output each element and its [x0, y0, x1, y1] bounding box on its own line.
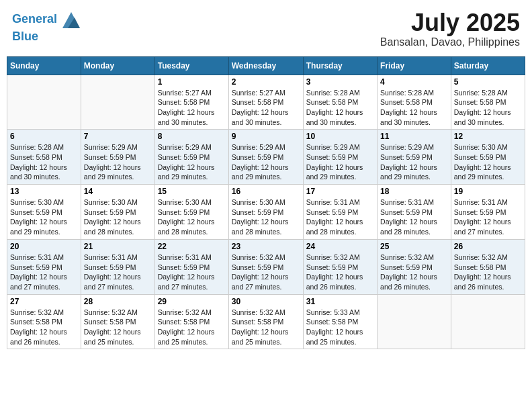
calendar-cell: 27Sunrise: 5:32 AMSunset: 5:58 PMDayligh… — [7, 294, 81, 349]
day-info: Sunrise: 5:28 AMSunset: 5:58 PMDaylight:… — [380, 88, 448, 128]
calendar-cell: 30Sunrise: 5:32 AMSunset: 5:58 PMDayligh… — [228, 294, 303, 349]
day-info: Sunrise: 5:28 AMSunset: 5:58 PMDaylight:… — [10, 142, 78, 182]
calendar-cell: 3Sunrise: 5:28 AMSunset: 5:58 PMDaylight… — [303, 75, 377, 130]
day-info: Sunrise: 5:28 AMSunset: 5:58 PMDaylight:… — [306, 88, 374, 128]
day-info: Sunrise: 5:30 AMSunset: 5:59 PMDaylight:… — [158, 197, 226, 237]
day-info: Sunrise: 5:29 AMSunset: 5:59 PMDaylight:… — [306, 142, 374, 182]
day-number: 29 — [158, 297, 226, 306]
day-number: 15 — [158, 187, 226, 196]
calendar-cell: 7Sunrise: 5:29 AMSunset: 5:59 PMDaylight… — [81, 130, 154, 185]
day-info: Sunrise: 5:32 AMSunset: 5:58 PMDaylight:… — [84, 308, 152, 347]
location-title: Bansalan, Davao, Philippines — [380, 36, 520, 48]
day-number: 30 — [232, 297, 300, 306]
calendar-header-friday: Friday — [378, 56, 451, 75]
day-number: 22 — [158, 242, 226, 251]
calendar-cell: 1Sunrise: 5:27 AMSunset: 5:58 PMDaylight… — [154, 75, 228, 130]
day-number: 28 — [84, 297, 152, 306]
day-number: 13 — [10, 187, 78, 196]
calendar-cell: 8Sunrise: 5:29 AMSunset: 5:59 PMDaylight… — [154, 130, 228, 185]
day-number: 10 — [306, 132, 374, 141]
day-number: 11 — [380, 132, 448, 141]
day-number: 7 — [84, 132, 152, 141]
calendar-cell: 20Sunrise: 5:31 AMSunset: 5:59 PMDayligh… — [7, 239, 81, 294]
title-block: July 2025 Bansalan, Davao, Philippines — [380, 9, 520, 48]
calendar-cell: 21Sunrise: 5:31 AMSunset: 5:59 PMDayligh… — [81, 239, 154, 294]
day-info: Sunrise: 5:30 AMSunset: 5:59 PMDaylight:… — [232, 197, 300, 237]
day-info: Sunrise: 5:29 AMSunset: 5:59 PMDaylight:… — [158, 142, 226, 182]
logo-blue-text: Blue — [12, 30, 81, 44]
calendar-week-row: 6Sunrise: 5:28 AMSunset: 5:58 PMDaylight… — [7, 130, 525, 185]
calendar-header-tuesday: Tuesday — [154, 56, 228, 75]
calendar-cell: 11Sunrise: 5:29 AMSunset: 5:59 PMDayligh… — [378, 130, 451, 185]
calendar-cell: 29Sunrise: 5:32 AMSunset: 5:58 PMDayligh… — [154, 294, 228, 349]
calendar-header-thursday: Thursday — [303, 56, 377, 75]
day-info: Sunrise: 5:32 AMSunset: 5:58 PMDaylight:… — [454, 253, 522, 292]
calendar-header-saturday: Saturday — [451, 56, 525, 75]
calendar-cell: 4Sunrise: 5:28 AMSunset: 5:58 PMDaylight… — [378, 75, 451, 130]
day-info: Sunrise: 5:31 AMSunset: 5:59 PMDaylight:… — [306, 197, 374, 237]
day-number: 17 — [306, 187, 374, 196]
day-number: 3 — [306, 77, 374, 87]
day-info: Sunrise: 5:28 AMSunset: 5:58 PMDaylight:… — [454, 88, 522, 128]
day-number: 16 — [232, 187, 300, 196]
day-number: 9 — [232, 132, 300, 141]
day-number: 23 — [232, 242, 300, 251]
calendar-cell: 25Sunrise: 5:32 AMSunset: 5:59 PMDayligh… — [378, 239, 451, 294]
day-number: 12 — [454, 132, 522, 141]
day-info: Sunrise: 5:32 AMSunset: 5:58 PMDaylight:… — [232, 308, 300, 347]
calendar-cell: 22Sunrise: 5:31 AMSunset: 5:59 PMDayligh… — [154, 239, 228, 294]
day-number: 5 — [454, 77, 522, 87]
calendar-cell: 16Sunrise: 5:30 AMSunset: 5:59 PMDayligh… — [228, 185, 303, 240]
day-number: 8 — [158, 132, 226, 141]
calendar-week-row: 20Sunrise: 5:31 AMSunset: 5:59 PMDayligh… — [7, 239, 525, 294]
logo-text: General — [12, 12, 57, 27]
day-info: Sunrise: 5:33 AMSunset: 5:58 PMDaylight:… — [306, 308, 374, 347]
day-info: Sunrise: 5:29 AMSunset: 5:59 PMDaylight:… — [232, 142, 300, 182]
calendar-cell: 14Sunrise: 5:30 AMSunset: 5:59 PMDayligh… — [81, 185, 154, 240]
day-number: 18 — [380, 187, 448, 196]
day-number: 24 — [306, 242, 374, 251]
day-number: 21 — [84, 242, 152, 251]
calendar-cell: 10Sunrise: 5:29 AMSunset: 5:59 PMDayligh… — [303, 130, 377, 185]
calendar-cell: 26Sunrise: 5:32 AMSunset: 5:58 PMDayligh… — [451, 239, 525, 294]
calendar-cell: 19Sunrise: 5:31 AMSunset: 5:59 PMDayligh… — [451, 185, 525, 240]
day-info: Sunrise: 5:27 AMSunset: 5:58 PMDaylight:… — [158, 88, 226, 128]
calendar-cell: 28Sunrise: 5:32 AMSunset: 5:58 PMDayligh… — [81, 294, 154, 349]
day-info: Sunrise: 5:32 AMSunset: 5:58 PMDaylight:… — [10, 308, 78, 347]
day-number: 1 — [158, 77, 226, 87]
calendar-header-sunday: Sunday — [7, 56, 81, 75]
day-number: 20 — [10, 242, 78, 251]
calendar-cell — [378, 294, 451, 349]
day-info: Sunrise: 5:32 AMSunset: 5:59 PMDaylight:… — [232, 253, 300, 292]
day-info: Sunrise: 5:30 AMSunset: 5:59 PMDaylight:… — [84, 197, 152, 237]
calendar-header-monday: Monday — [81, 56, 154, 75]
day-number: 19 — [454, 187, 522, 196]
day-number: 14 — [84, 187, 152, 196]
day-info: Sunrise: 5:32 AMSunset: 5:59 PMDaylight:… — [306, 253, 374, 292]
day-info: Sunrise: 5:32 AMSunset: 5:59 PMDaylight:… — [380, 253, 448, 292]
calendar-cell: 18Sunrise: 5:31 AMSunset: 5:59 PMDayligh… — [378, 185, 451, 240]
calendar-cell: 31Sunrise: 5:33 AMSunset: 5:58 PMDayligh… — [303, 294, 377, 349]
calendar-week-row: 1Sunrise: 5:27 AMSunset: 5:58 PMDaylight… — [7, 75, 525, 130]
logo: General Blue — [12, 9, 81, 44]
day-number: 31 — [306, 297, 374, 306]
calendar-cell — [451, 294, 525, 349]
calendar-cell: 24Sunrise: 5:32 AMSunset: 5:59 PMDayligh… — [303, 239, 377, 294]
day-info: Sunrise: 5:31 AMSunset: 5:59 PMDaylight:… — [84, 253, 152, 292]
month-title: July 2025 — [380, 9, 520, 36]
calendar-cell — [7, 75, 81, 130]
calendar-header-wednesday: Wednesday — [228, 56, 303, 75]
calendar-cell: 9Sunrise: 5:29 AMSunset: 5:59 PMDaylight… — [228, 130, 303, 185]
day-info: Sunrise: 5:30 AMSunset: 5:59 PMDaylight:… — [10, 197, 78, 237]
calendar-cell: 2Sunrise: 5:27 AMSunset: 5:58 PMDaylight… — [228, 75, 303, 130]
calendar-table: SundayMondayTuesdayWednesdayThursdayFrid… — [7, 56, 525, 350]
logo-icon — [61, 9, 81, 30]
day-number: 2 — [232, 77, 300, 87]
calendar-cell — [81, 75, 154, 130]
calendar-cell: 17Sunrise: 5:31 AMSunset: 5:59 PMDayligh… — [303, 185, 377, 240]
calendar-cell: 6Sunrise: 5:28 AMSunset: 5:58 PMDaylight… — [7, 130, 81, 185]
day-info: Sunrise: 5:31 AMSunset: 5:59 PMDaylight:… — [454, 197, 522, 237]
day-info: Sunrise: 5:32 AMSunset: 5:58 PMDaylight:… — [158, 308, 226, 347]
day-info: Sunrise: 5:29 AMSunset: 5:59 PMDaylight:… — [380, 142, 448, 182]
day-info: Sunrise: 5:27 AMSunset: 5:58 PMDaylight:… — [232, 88, 300, 128]
